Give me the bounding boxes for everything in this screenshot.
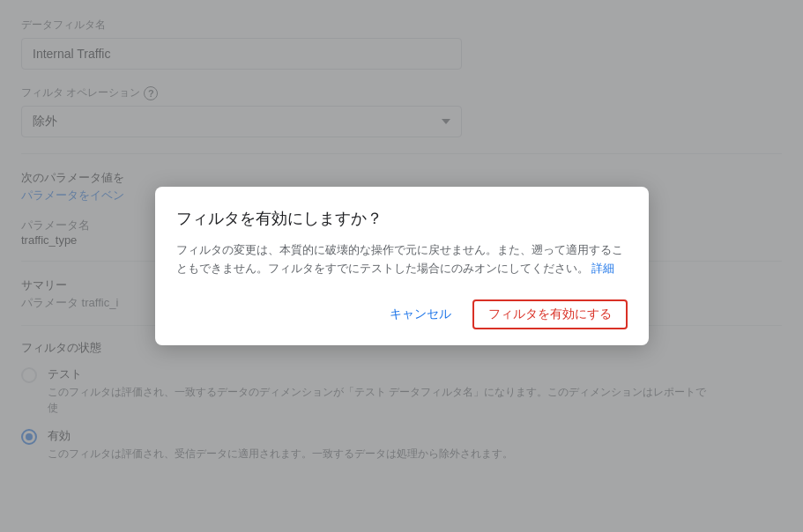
dialog-body: フィルタの変更は、本質的に破壊的な操作で元に戻せません。また、遡って適用すること… xyxy=(176,241,628,278)
page-background: データフィルタ名 Internal Traffic フィルタ オペレーション ?… xyxy=(0,0,803,532)
dialog-detail-link[interactable]: 詳細 xyxy=(591,262,614,275)
cancel-button[interactable]: キャンセル xyxy=(375,299,465,329)
confirm-dialog: フィルタを有効にしますか？ フィルタの変更は、本質的に破壊的な操作で元に戻せませ… xyxy=(155,187,649,345)
dialog-actions: キャンセル フィルタを有効にする xyxy=(176,299,628,329)
dialog-body-text: フィルタの変更は、本質的に破壊的な操作で元に戻せません。また、遡って適用すること… xyxy=(176,243,623,275)
modal-overlay: フィルタを有効にしますか？ フィルタの変更は、本質的に破壊的な操作で元に戻せませ… xyxy=(0,0,803,532)
activate-filter-button[interactable]: フィルタを有効にする xyxy=(472,299,628,329)
dialog-title: フィルタを有効にしますか？ xyxy=(176,208,628,229)
